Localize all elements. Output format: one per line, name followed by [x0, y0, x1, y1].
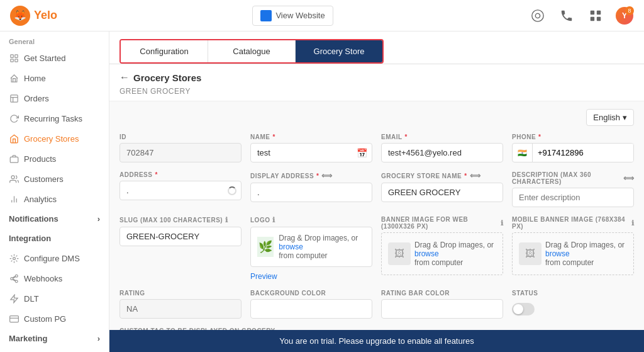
svg-rect-2	[597, 10, 601, 14]
banner-web-info-icon[interactable]: ℹ	[501, 219, 504, 227]
configure-dms-icon	[9, 253, 19, 263]
field-bg-color: BACKGROUND COLOR	[250, 290, 372, 319]
avatar[interactable]: Y 8	[615, 6, 634, 25]
translate-icon-display-address[interactable]: ⟺	[321, 171, 333, 180]
back-button[interactable]: ←	[119, 72, 130, 83]
form-row-2: ADDRESS * DISPLAY ADDRESS * ⟺	[119, 171, 634, 207]
sidebar-item-configure-dms[interactable]: Configure DMS	[0, 248, 109, 268]
webhooks-label: Webhooks	[24, 274, 62, 283]
status-toggle[interactable]	[512, 303, 535, 315]
trial-banner-text: You are on trial. Please upgrade to enab…	[279, 336, 474, 346]
logo-info-icon[interactable]: ℹ	[272, 216, 275, 224]
sidebar-item-analytics[interactable]: Analytics	[0, 189, 109, 209]
product-icon	[9, 154, 19, 164]
list-icon	[9, 53, 19, 63]
marketing-chevron: ›	[97, 334, 100, 343]
banner-web-upload[interactable]: 🖼 Drag & Drop images, or browse from com…	[381, 232, 503, 275]
bg-color-label: BACKGROUND COLOR	[250, 290, 372, 297]
tabs-container: Configuration Catalogue Grocery Store	[109, 31, 644, 64]
logo-text: Yelo	[34, 9, 57, 22]
grocery-store-name-input[interactable]	[381, 183, 503, 202]
language-value: English	[593, 113, 620, 122]
svg-rect-8	[14, 59, 17, 61]
configure-section[interactable]: Configure ›	[0, 348, 109, 352]
banner-mobile-browse-link[interactable]: browse	[545, 249, 570, 258]
email-input[interactable]	[381, 143, 503, 162]
tab-grocery-store[interactable]: Grocery Store	[295, 40, 382, 62]
banner-mobile-info-icon[interactable]: ℹ	[631, 219, 635, 227]
users-icon	[9, 174, 19, 184]
sidebar-item-get-started[interactable]: Get Started	[0, 48, 109, 68]
banner-web-browse-link[interactable]: browse	[414, 249, 439, 258]
field-banner-web: BANNER IMAGE FOR WEB (1300X326 PX) ℹ 🖼 D…	[381, 216, 503, 281]
name-input[interactable]	[250, 143, 372, 162]
address-input[interactable]	[119, 181, 242, 200]
orders-icon	[9, 93, 19, 103]
sidebar-item-recurring-tasks[interactable]: Recurring Tasks	[0, 108, 109, 128]
translate-icon-store-name[interactable]: ⟺	[470, 171, 481, 180]
breadcrumb: ← Grocery Stores	[109, 64, 644, 86]
view-website-button[interactable]: View Website	[252, 6, 333, 26]
tab-catalogue[interactable]: Catalogue	[208, 40, 295, 62]
field-display-address: DISPLAY ADDRESS * ⟺	[250, 171, 372, 207]
phone-icon[interactable]	[557, 6, 576, 25]
banner-web-placeholder: 🖼	[388, 242, 411, 265]
field-name: NAME * 📅	[250, 133, 372, 162]
display-address-input[interactable]	[250, 183, 372, 202]
preview-link[interactable]: Preview	[250, 272, 372, 281]
sidebar-item-webhooks[interactable]: Webhooks	[0, 268, 109, 288]
integration-section-header: Integration	[0, 229, 109, 248]
field-email: EMAIL *	[381, 133, 503, 162]
bg-color-input[interactable]	[250, 299, 372, 319]
logo[interactable]: 🦊 Yelo	[10, 6, 57, 26]
phone-flag: 🇮🇳	[513, 144, 533, 162]
sidebar-item-products[interactable]: Products	[0, 149, 109, 169]
sidebar-item-grocery-stores[interactable]: Grocery Stores	[0, 128, 109, 149]
form-row-1: ID NAME * 📅 EMAIL *	[119, 133, 634, 162]
description-label: DESCRIPTION (MAX 360 CHARACTERS) ⟺	[512, 171, 634, 185]
svg-marker-18	[10, 295, 17, 303]
tab-configuration[interactable]: Configuration	[121, 40, 208, 62]
sidebar-item-custom-pg[interactable]: Custom PG	[0, 309, 109, 329]
translate-icon-description[interactable]: ⟺	[623, 174, 635, 183]
svg-rect-5	[10, 54, 13, 57]
banner-mobile-upload[interactable]: 🖼 Drag & Drop images, or browse from com…	[512, 232, 634, 275]
svg-rect-7	[10, 59, 13, 61]
products-label: Products	[24, 154, 56, 164]
description-input[interactable]	[512, 188, 634, 207]
sidebar-item-customers[interactable]: Customers	[0, 169, 109, 189]
field-grocery-store-name: GROCERY STORE NAME * ⟺	[381, 171, 503, 207]
email-label: EMAIL *	[381, 133, 503, 140]
notifications-section[interactable]: Notifications ›	[0, 209, 109, 229]
id-input[interactable]	[119, 143, 242, 162]
slug-input[interactable]	[119, 227, 242, 246]
address-label: ADDRESS *	[119, 171, 242, 178]
sidebar-item-home[interactable]: Home	[0, 68, 109, 88]
support-icon[interactable]	[528, 6, 547, 25]
grid-icon[interactable]	[586, 6, 605, 25]
rating-bar-color-input[interactable]	[381, 299, 503, 319]
language-selector[interactable]: English ▾	[586, 109, 634, 126]
logo-browse-link[interactable]: browse	[279, 242, 303, 251]
slug-info-icon[interactable]: ℹ	[225, 216, 228, 224]
breadcrumb-label[interactable]: Grocery Stores	[133, 72, 201, 83]
store-icon	[9, 133, 19, 144]
sidebar-item-dlt[interactable]: DLT	[0, 288, 109, 309]
logo-upload-icon: 🌿	[257, 237, 274, 257]
field-address: ADDRESS *	[119, 171, 242, 207]
form-row-4: RATING BACKGROUND COLOR RATING BAR COLOR…	[119, 290, 634, 319]
integration-label: Integration	[9, 234, 51, 243]
toggle-knob	[513, 304, 523, 314]
marketing-section[interactable]: Marketing ›	[0, 329, 109, 348]
main-layout: General Get Started Home Orders Recurrin…	[0, 31, 644, 352]
field-logo: LOGO ℹ 🌿 Drag & Drop images, or browse f…	[250, 216, 372, 281]
logo-upload-area[interactable]: 🌿 Drag & Drop images, or browse from com…	[250, 227, 372, 267]
phone-input[interactable]	[533, 144, 633, 162]
address-loader	[228, 186, 236, 195]
banner-web-label: BANNER IMAGE FOR WEB (1300X326 PX) ℹ	[381, 216, 503, 230]
marketing-label: Marketing	[9, 334, 47, 343]
slug-label: SLUG (MAX 100 CHARACTERS) ℹ	[119, 216, 242, 224]
rating-input[interactable]	[119, 299, 242, 319]
sidebar-item-orders[interactable]: Orders	[0, 88, 109, 108]
language-row: English ▾	[119, 109, 634, 126]
